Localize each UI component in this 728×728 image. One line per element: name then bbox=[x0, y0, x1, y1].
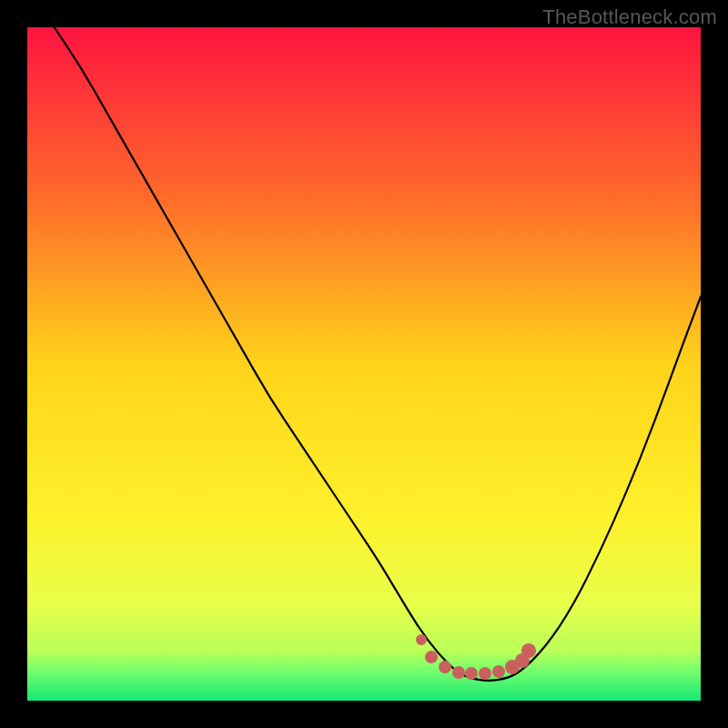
chart-container: TheBottleneck.com bbox=[0, 0, 728, 728]
bottleneck-curve bbox=[27, 27, 701, 701]
watermark-text: TheBottleneck.com bbox=[542, 5, 717, 29]
plot-area bbox=[27, 27, 701, 701]
curve-path bbox=[55, 27, 701, 681]
